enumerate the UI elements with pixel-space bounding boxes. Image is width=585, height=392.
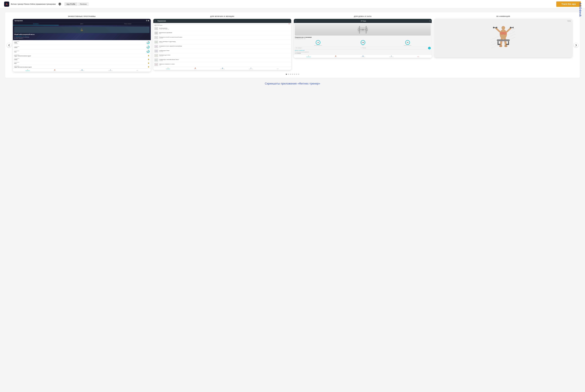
screen1-tab-diet[interactable]: Диета	[59, 22, 105, 25]
screenshot-3-label: ДЛЯ ДОМА И ЗАЛА	[354, 16, 372, 17]
list-item: 7 тренировка Грудь. Высокоинтенсивная не…	[13, 65, 151, 68]
nav-tabs: App Profile Reviews	[64, 2, 89, 6]
screen4-body: FITNESS ONLINE FITNESS ONLINE FITNESS ON…	[434, 19, 572, 57]
screenshot-4: 3D АНИМАЦИЯ FITNESS ONLINE FITNESS ONLIN…	[434, 16, 572, 57]
exercise-item: Сгибание рук в блоке 3x12x15кг	[153, 49, 291, 53]
brand-logo: ASOdesk	[578, 2, 582, 17]
exercise-thumb	[154, 58, 158, 62]
progress-circle-3: 78%	[147, 50, 150, 53]
add-set-button[interactable]: +	[428, 47, 431, 49]
list-item: 1 тренировка Грудь 4x12x20кг 74%	[13, 40, 151, 45]
list-item: 3 тренировка Ноги 78%	[13, 49, 151, 54]
stat-label-sets: Подходов выполнено	[404, 45, 411, 46]
exercise-thumb	[154, 32, 158, 34]
screenshots-carousel: ❮ ❯ ЭФФЕКТИВНЫЕ ПРОГРАММЫ Тренировки ⏱ ☰…	[5, 12, 580, 78]
track-app-button[interactable]: Track this app	[556, 2, 581, 7]
svg-line-29	[507, 28, 511, 32]
android-icon	[58, 2, 61, 6]
screen1-tab-sports[interactable]: Спорт. питание	[105, 22, 151, 25]
lock-icon: 🔒	[148, 62, 150, 64]
screen3-body: Сведение рук в тренажере Рекомендуемый в…	[294, 23, 432, 55]
svg-rect-39	[506, 44, 509, 45]
list-item: 2 тренировка Спина 76%	[13, 45, 151, 49]
screen-exercises: ← Упражнения 1 тренировка 10% грудь+спин…	[153, 19, 291, 70]
tab-reviews[interactable]: Reviews	[78, 2, 89, 6]
exercise-thumb	[154, 27, 158, 30]
dot-4[interactable]	[292, 74, 293, 75]
tab-app-profile[interactable]: App Profile	[64, 2, 77, 6]
top-navigation: Фитнес тренер Fitness Online упражнения …	[0, 0, 585, 8]
exercise-thumb	[154, 54, 158, 57]
screen2-title: Упражнения	[157, 20, 166, 22]
app-icon	[4, 2, 9, 7]
exercise-thumb	[154, 45, 158, 48]
dot-6[interactable]	[296, 74, 297, 75]
screen3-back-icon: ←	[295, 20, 297, 22]
dot-1[interactable]	[286, 74, 287, 75]
exercise-item: Обратные отжимания от скамьи 3x12	[153, 62, 291, 67]
exercise-subtag: грудь+спина+пресс	[153, 24, 291, 26]
carousel-prev-button[interactable]: ❮	[7, 43, 11, 48]
exercise-thumb	[154, 36, 158, 39]
screen1-hero-info2: Выполнено занятий: 12	[14, 38, 150, 39]
svg-rect-7	[155, 46, 158, 48]
exercise-tag: 1 тренировка 10%	[153, 23, 291, 24]
screen1-icons: ⏱ ☰	[146, 20, 149, 22]
svg-rect-9	[155, 54, 158, 56]
screen-chest: ← 1/6 Грудь ℹ	[294, 19, 432, 58]
exercise-thumb	[154, 40, 158, 44]
screenshot-1: ЭФФЕКТИВНЫЕ ПРОГРАММЫ Тренировки ⏱ ☰ Тре…	[13, 16, 151, 72]
svg-rect-32	[513, 27, 513, 28]
svg-rect-10	[155, 59, 158, 61]
stat-circle-reps: 15	[316, 40, 320, 45]
svg-rect-27	[493, 27, 494, 28]
weight-input[interactable]: Вес снаряда, кг	[295, 47, 361, 49]
svg-line-25	[495, 28, 500, 32]
dot-5[interactable]	[294, 74, 295, 75]
svg-rect-35	[497, 39, 510, 41]
screen3-title: 1/6 Грудь	[361, 20, 366, 22]
svg-rect-12	[155, 64, 158, 66]
exercise-item: Разгибание рук в блоке 3x12x17кг	[153, 53, 291, 58]
stat-label-rest: Отдых	[362, 45, 364, 46]
screen1-bottombar: 🏋️Тренировки 🍎Диета 👥Сообщество ⚙️Справо…	[13, 68, 151, 72]
svg-rect-0	[5, 2, 9, 6]
reps-input[interactable]: Повторы	[361, 47, 428, 49]
screen1-header: Тренировки ⏱ ☰	[13, 19, 151, 22]
chest-machine-image	[295, 24, 431, 36]
dot-7[interactable]	[298, 74, 299, 75]
screen1-tab-workouts[interactable]: Тренировки	[13, 22, 59, 25]
progress-circle-2: 76%	[147, 46, 150, 48]
recommended-weight: Рекомендуемый вес: 30кг	[295, 38, 431, 39]
screen1-hero-info1: Тип: мужчинам, для всех, начинающий	[14, 37, 150, 38]
carousel-dots	[13, 74, 572, 75]
stat-label-reps: Повторений требуется	[314, 45, 322, 46]
dot-2[interactable]	[288, 74, 289, 75]
svg-rect-5	[155, 41, 158, 43]
screen1-hero-sub: 24 Тренировки(ок) · 135–140гр. пит	[14, 36, 150, 36]
screenshot-2-label: ДЛЯ МУЖЧИН И ЖЕНЩИН	[210, 16, 234, 17]
svg-point-40	[499, 45, 502, 47]
lock-icon: 🔒	[148, 58, 150, 60]
carousel-next-button[interactable]: ❯	[574, 43, 578, 48]
exercise-item: Разведение гантелей на горизонтальной ск…	[153, 36, 291, 40]
add-comment-link[interactable]: Добавить комментарий	[295, 50, 431, 51]
screenshot-4-label: 3D АНИМАЦИЯ	[496, 16, 510, 17]
list-item: 6 тренировка Ноги 🔒	[13, 61, 151, 65]
exercise-item: Жим в тренажере от груди аперед 4x12x9кг	[153, 40, 291, 44]
stat-circle-sets: 2/3	[405, 40, 410, 45]
dot-3[interactable]	[290, 74, 291, 75]
svg-point-21	[501, 26, 505, 30]
main-content: ❮ ❯ ЭФФЕКТИВНЫЕ ПРОГРАММЫ Тренировки ⏱ ☰…	[0, 8, 585, 90]
svg-rect-16	[361, 29, 364, 30]
screen-animation: FITNESS ONLINE FITNESS ONLINE FITNESS ON…	[434, 19, 572, 57]
app-title: Фитнес тренер Fitness Online упражнения …	[11, 3, 56, 5]
nav-left: Фитнес тренер Fitness Online упражнения …	[4, 2, 89, 7]
list-item: 5 тренировка Спина 🔒	[13, 58, 151, 61]
screen1-list: 1 тренировка Грудь 4x12x20кг 74% 2 трени…	[13, 40, 151, 68]
screen1-title: Тренировки	[14, 20, 23, 22]
screen2-header: ← Упражнения	[153, 19, 291, 23]
exercise-item: Беговая дорожка 33 мин, 130–140уд. пин	[153, 26, 291, 31]
svg-rect-31	[510, 27, 511, 28]
exercise-thumb	[154, 50, 158, 52]
